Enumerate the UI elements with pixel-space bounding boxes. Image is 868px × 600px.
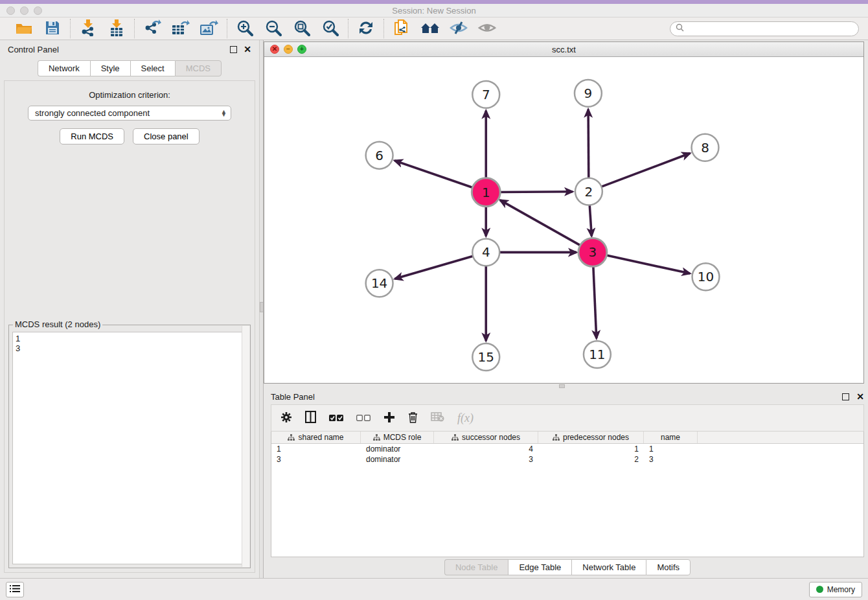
export-table-button[interactable]	[171, 19, 190, 38]
node-label-6: 6	[375, 148, 383, 163]
edge-4-14[interactable]	[395, 256, 474, 279]
zoom-fit-button[interactable]	[292, 19, 312, 38]
memory-button[interactable]: Memory	[809, 582, 862, 597]
table-header-row: shared name MCDS role successor nodes pr…	[271, 432, 863, 444]
edge-2-8[interactable]	[602, 154, 691, 187]
eye-slash-icon	[450, 21, 468, 37]
zoom-out-button[interactable]	[264, 19, 283, 38]
edge-3-10[interactable]	[606, 255, 690, 273]
refresh-button[interactable]	[356, 19, 376, 38]
refresh-icon	[358, 20, 374, 38]
status-bar: Memory	[0, 578, 868, 600]
export-network-button[interactable]	[143, 19, 162, 38]
cell-mcds-role[interactable]: dominator	[361, 455, 434, 464]
cell-shared-name[interactable]: 3	[271, 455, 361, 464]
network-canvas-svg: 7968124314101511	[264, 57, 863, 383]
application-window: Session: New Session	[0, 0, 868, 600]
close-panel-icon[interactable]: ✕	[244, 46, 251, 53]
deselect-all-button[interactable]	[356, 413, 371, 423]
show-panel-button[interactable]	[477, 19, 497, 38]
table-settings-button[interactable]	[280, 411, 292, 425]
mcds-result-text[interactable]: 1 3	[12, 332, 247, 564]
tab-network[interactable]: Network	[38, 60, 90, 76]
home-icon	[420, 21, 440, 37]
export-image-icon	[200, 19, 218, 38]
close-panel-button[interactable]: Close panel	[133, 128, 200, 144]
import-table-button[interactable]	[107, 19, 126, 38]
result-scrollbar[interactable]	[242, 326, 249, 567]
float-panel-icon[interactable]	[842, 393, 849, 400]
delete-table-icon	[431, 412, 444, 424]
network-window-title: scc.txt	[264, 45, 863, 54]
tab-network-table[interactable]: Network Table	[571, 559, 646, 575]
close-panel-icon[interactable]: ✕	[856, 393, 864, 400]
edge-3-11[interactable]	[593, 266, 597, 338]
column-header-shared-name[interactable]: shared name	[271, 432, 361, 443]
criterion-dropdown[interactable]: strongly connected component ▲▼	[28, 106, 231, 121]
network-canvas[interactable]: 7968124314101511	[264, 57, 863, 383]
cell-name[interactable]: 1	[644, 444, 698, 454]
tab-node-table[interactable]: Node Table	[444, 559, 508, 575]
zoom-in-button[interactable]	[235, 19, 255, 38]
edge-1-6[interactable]	[394, 161, 473, 188]
edge-2-3[interactable]	[589, 205, 591, 237]
task-history-button[interactable]	[6, 582, 24, 597]
column-type-icon	[553, 434, 560, 441]
delete-column-button[interactable]	[408, 411, 418, 425]
mcds-panel: Optimization criterion: strongly connect…	[4, 80, 255, 573]
export-image-button[interactable]	[200, 19, 219, 38]
clone-network-button[interactable]	[392, 19, 411, 38]
float-panel-icon[interactable]	[230, 46, 237, 53]
column-header-name[interactable]: name	[644, 432, 698, 443]
zoom-selected-button[interactable]	[321, 19, 340, 38]
add-column-button[interactable]	[383, 411, 395, 425]
table-row[interactable]: 1 dominator 4 1 1	[271, 444, 863, 454]
vertical-splitter[interactable]	[259, 40, 264, 578]
main-toolbar	[0, 17, 868, 40]
column-header-successor-nodes[interactable]: successor nodes	[434, 432, 538, 443]
horizontal-splitter[interactable]	[264, 384, 868, 389]
zoom-in-icon	[236, 19, 253, 38]
search-input[interactable]	[687, 24, 853, 33]
import-network-button[interactable]	[78, 19, 98, 38]
edge-1-2[interactable]	[499, 192, 573, 192]
tab-style[interactable]: Style	[90, 60, 130, 76]
cell-successor-nodes[interactable]: 3	[434, 455, 538, 464]
hide-panel-button[interactable]	[449, 19, 468, 38]
save-session-button[interactable]	[43, 19, 62, 38]
open-folder-icon	[16, 21, 32, 37]
select-all-button[interactable]	[329, 413, 343, 423]
edge-3-1[interactable]	[500, 200, 581, 246]
open-session-button[interactable]	[14, 19, 34, 38]
list-icon	[10, 584, 20, 595]
cell-successor-nodes[interactable]: 4	[434, 444, 538, 454]
edge-2-9[interactable]	[588, 110, 589, 178]
tab-motifs[interactable]: Motifs	[646, 559, 691, 575]
cell-mcds-role[interactable]: dominator	[361, 444, 434, 454]
gear-icon	[280, 411, 292, 425]
search-box[interactable]	[670, 21, 859, 36]
column-header-predecessor-nodes[interactable]: predecessor nodes	[538, 432, 644, 443]
function-builder-button[interactable]: f(x)	[457, 411, 474, 425]
network-window-titlebar[interactable]: ✕ − + scc.txt	[264, 42, 863, 57]
delete-table-button[interactable]	[431, 412, 444, 424]
first-neighbors-icon[interactable]	[420, 19, 440, 38]
cell-predecessor-nodes[interactable]: 1	[538, 444, 644, 454]
tab-edge-table[interactable]: Edge Table	[508, 559, 571, 575]
splitter-grip[interactable]	[559, 384, 565, 388]
import-network-icon	[80, 19, 96, 38]
column-header-mcds-role[interactable]: MCDS role	[361, 432, 434, 443]
show-columns-button[interactable]	[305, 411, 316, 425]
tab-select[interactable]: Select	[130, 60, 175, 76]
cell-name[interactable]: 3	[644, 455, 698, 464]
run-mcds-button[interactable]: Run MCDS	[60, 128, 124, 144]
node-table[interactable]: shared name MCDS role successor nodes pr…	[271, 432, 864, 557]
checked-boxes-icon	[329, 413, 343, 423]
splitter-grip[interactable]	[260, 302, 264, 312]
unchecked-boxes-icon	[356, 413, 371, 423]
columns-icon	[305, 411, 316, 425]
tab-mcds[interactable]: MCDS	[175, 60, 222, 76]
table-row[interactable]: 3 dominator 3 2 3	[271, 454, 863, 465]
cell-predecessor-nodes[interactable]: 2	[538, 455, 644, 464]
cell-shared-name[interactable]: 1	[271, 444, 361, 454]
